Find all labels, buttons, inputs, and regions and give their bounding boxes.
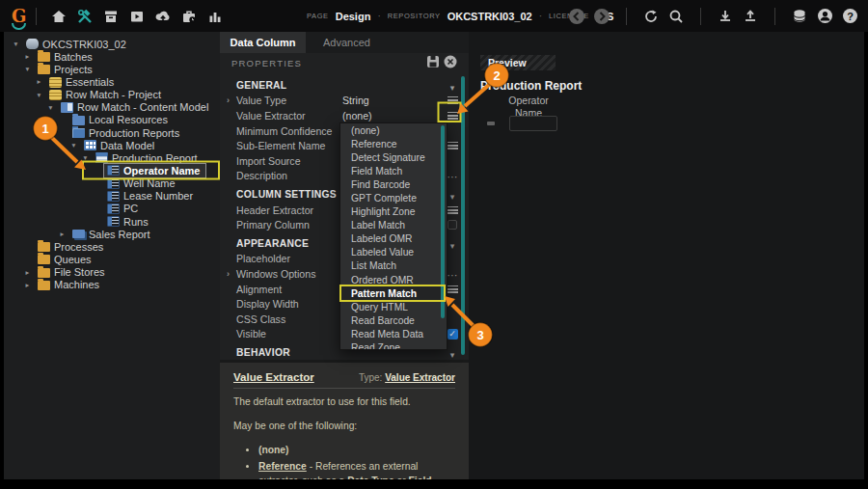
property-expander-icon[interactable]: ›	[227, 269, 236, 279]
help-title-link[interactable]: Value Extractor	[233, 371, 314, 383]
properties-title: PROPERTIES	[231, 58, 426, 68]
tree-item[interactable]: Queues	[4, 253, 220, 265]
dropdown-item[interactable]: Highlight Zone	[340, 205, 447, 219]
dropdown-item[interactable]: Labeled Value	[340, 246, 447, 259]
help-type: Type: Value Extractor	[359, 372, 455, 383]
tree-item[interactable]: Runs	[4, 215, 220, 228]
tree-expander-icon[interactable]: ▾	[68, 141, 80, 149]
tree-item[interactable]: ▾ Row Match - Project	[4, 89, 220, 101]
tree-item[interactable]: ▸ Sales Report	[4, 228, 220, 240]
dropdown-item[interactable]: Read Barcode	[340, 313, 447, 327]
divider	[774, 8, 775, 25]
repository-value[interactable]: OKCSTRKI03_02	[448, 11, 532, 22]
tree-item[interactable]: ▸ Batches	[4, 50, 220, 63]
dropdown-item[interactable]: Reference	[340, 137, 447, 150]
tree-item[interactable]: Local Resources	[4, 114, 220, 126]
dropdown-item[interactable]: Find Barcode	[340, 177, 447, 191]
tree-item[interactable]: Operator Name	[4, 164, 220, 177]
tree-node-icon	[38, 52, 50, 62]
save-icon[interactable]	[426, 55, 440, 72]
batches-icon[interactable]	[100, 6, 122, 27]
tree-item[interactable]: Processes	[4, 240, 220, 253]
tab-advanced[interactable]: Advanced	[306, 32, 388, 53]
media-icon[interactable]	[126, 6, 148, 27]
stats-icon[interactable]	[204, 6, 226, 27]
search-icon[interactable]	[665, 6, 687, 27]
property-value[interactable]: (none)	[342, 110, 436, 122]
tree-expander-icon[interactable]: ▸	[21, 52, 34, 61]
tree-node-icon	[107, 165, 120, 176]
properties-scrollbar[interactable]	[461, 76, 465, 355]
tree-node-label: Lease Number	[123, 190, 193, 202]
tree-expander-icon[interactable]: ▸	[21, 281, 34, 289]
tab-data-column[interactable]: Data Column	[220, 32, 306, 53]
account-icon[interactable]	[814, 6, 835, 27]
dropdown-item[interactable]: Labeled OMR	[340, 232, 447, 246]
operator-name-input[interactable]	[509, 116, 557, 131]
tree-item[interactable]: ▸ File Stores	[4, 266, 220, 279]
dropdown-item[interactable]: Read Meta Data	[340, 327, 447, 340]
tree-node-icon	[49, 77, 62, 88]
dropdown-item[interactable]: (none)	[340, 123, 447, 137]
tree-node-label: Essentials	[66, 76, 114, 88]
export-icon[interactable]	[740, 6, 761, 27]
dropdown-scrollbar[interactable]	[441, 125, 445, 318]
tree-item[interactable]: Well Name	[4, 177, 220, 190]
close-icon[interactable]	[444, 55, 457, 72]
tree-item[interactable]: ▾ Row Match - Content Model	[4, 101, 220, 114]
page-value[interactable]: Design	[336, 11, 371, 22]
grooper-logo-icon[interactable]: G	[12, 8, 26, 25]
dropdown-item[interactable]: Read Zone	[340, 341, 447, 351]
tree-item[interactable]: Production Reports	[4, 126, 220, 139]
tree-item[interactable]: PC	[4, 203, 220, 215]
tree-item[interactable]: ▾ Projects	[4, 63, 220, 75]
property-label: Visible	[236, 328, 342, 340]
dropdown-item[interactable]: Query HTML	[340, 300, 447, 313]
tree-item[interactable]: ▾ OKCSTRKI03_02	[4, 38, 220, 50]
property-label: BEHAVIOR	[236, 347, 342, 358]
tree-expander-icon[interactable]: ▸	[21, 268, 34, 277]
tree-item[interactable]: ▸ Machines	[4, 279, 220, 291]
tree-expander-icon[interactable]: ▾	[10, 40, 22, 48]
property-row[interactable]: GENERAL	[220, 78, 469, 94]
tree-expander-icon[interactable]: ▾	[33, 91, 45, 99]
help-type-link[interactable]: Value Extractor	[385, 372, 455, 383]
cloud-upload-icon[interactable]	[152, 6, 174, 27]
dropdown-item[interactable]: Pattern Match	[340, 286, 447, 300]
tree-expander-icon[interactable]: ▾	[21, 65, 34, 73]
tree-node-label: File Stores	[54, 266, 105, 278]
dropdown-item[interactable]: GPT Complete	[340, 191, 447, 204]
dropdown-item[interactable]: Label Match	[340, 219, 447, 232]
dropdown-item[interactable]: List Match	[340, 259, 447, 273]
tree-item[interactable]: ▸ Essentials	[4, 75, 220, 88]
tree-node-label: Machines	[54, 279, 99, 290]
tree-expander-icon[interactable]: ▸	[56, 230, 68, 238]
dropdown-item[interactable]: Detect Signature	[340, 150, 447, 164]
refresh-icon[interactable]	[640, 6, 662, 27]
tree-expander-icon[interactable]: ▸	[33, 77, 45, 86]
back-icon[interactable]	[566, 6, 587, 27]
tab-preview[interactable]: Preview	[480, 55, 556, 70]
design-tools-icon[interactable]	[74, 6, 95, 27]
property-expander-icon[interactable]: ›	[227, 95, 236, 105]
dropdown-item[interactable]: Field Match	[340, 164, 447, 177]
page-label: PAGE	[307, 12, 329, 20]
help-text-part: Reference	[258, 461, 307, 472]
tree-expander-icon[interactable]: ▾	[44, 103, 57, 112]
tree-item[interactable]: ▾ Data Model	[4, 139, 220, 151]
import-icon[interactable]	[715, 6, 736, 27]
property-row[interactable]: Value Extractor (none)	[220, 108, 469, 123]
database-icon[interactable]	[789, 6, 810, 27]
tree-expander-icon[interactable]: ▾	[79, 153, 92, 162]
tree-item[interactable]: Lease Number	[4, 190, 220, 203]
tree-node-icon	[107, 178, 120, 189]
help-icon[interactable]: ?	[839, 6, 860, 27]
tree-node-icon	[61, 102, 73, 113]
home-icon[interactable]	[48, 6, 69, 27]
jobs-icon[interactable]	[178, 6, 200, 27]
forward-icon[interactable]	[591, 6, 612, 27]
dropdown-item[interactable]: Ordered OMR	[340, 273, 447, 286]
property-value[interactable]: String	[342, 95, 436, 106]
property-row[interactable]: › Value Type String	[220, 94, 469, 109]
tree-node-icon	[107, 204, 120, 214]
